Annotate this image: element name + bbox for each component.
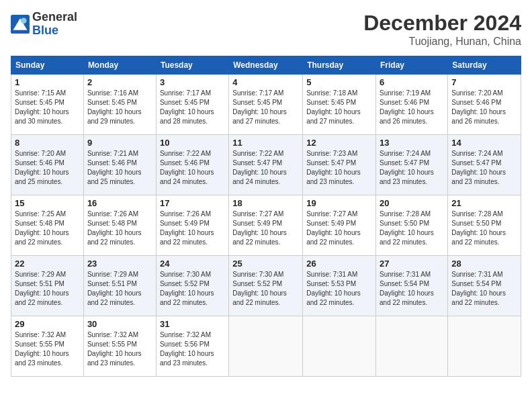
day-info: Sunrise: 7:28 AM Sunset: 5:50 PM Dayligh… [380, 210, 444, 247]
day-info: Sunrise: 7:32 AM Sunset: 5:55 PM Dayligh… [15, 330, 80, 368]
day-header-wednesday: Wednesday [229, 56, 303, 75]
day-header-monday: Monday [83, 56, 156, 75]
calendar-cell: 26Sunrise: 7:31 AM Sunset: 5:53 PM Dayli… [303, 256, 376, 316]
day-number: 1 [15, 77, 80, 87]
calendar-cell: 12Sunrise: 7:23 AM Sunset: 5:47 PM Dayli… [303, 135, 376, 195]
day-number: 10 [160, 138, 225, 148]
day-number: 9 [87, 138, 152, 148]
day-info: Sunrise: 7:28 AM Sunset: 5:50 PM Dayligh… [451, 210, 517, 247]
day-info: Sunrise: 7:24 AM Sunset: 5:47 PM Dayligh… [451, 149, 517, 187]
day-info: Sunrise: 7:29 AM Sunset: 5:51 PM Dayligh… [15, 270, 80, 308]
calendar-week-5: 29Sunrise: 7:32 AM Sunset: 5:55 PM Dayli… [11, 316, 521, 377]
calendar-cell [229, 316, 303, 377]
calendar-cell: 25Sunrise: 7:30 AM Sunset: 5:52 PM Dayli… [229, 256, 303, 316]
calendar-week-4: 22Sunrise: 7:29 AM Sunset: 5:51 PM Dayli… [11, 256, 521, 316]
day-number: 21 [451, 198, 517, 208]
calendar-cell: 6Sunrise: 7:19 AM Sunset: 5:46 PM Daylig… [376, 75, 448, 135]
day-number: 24 [160, 259, 225, 269]
day-number: 20 [380, 198, 444, 208]
calendar-cell: 1Sunrise: 7:15 AM Sunset: 5:45 PM Daylig… [11, 75, 84, 135]
day-info: Sunrise: 7:18 AM Sunset: 5:45 PM Dayligh… [306, 89, 372, 126]
day-number: 31 [160, 319, 225, 329]
day-info: Sunrise: 7:32 AM Sunset: 5:56 PM Dayligh… [160, 330, 225, 368]
calendar-cell [376, 316, 448, 377]
day-info: Sunrise: 7:20 AM Sunset: 5:46 PM Dayligh… [451, 89, 517, 126]
calendar-cell: 24Sunrise: 7:30 AM Sunset: 5:52 PM Dayli… [156, 256, 228, 316]
calendar-cell: 13Sunrise: 7:24 AM Sunset: 5:47 PM Dayli… [376, 135, 448, 195]
calendar-cell: 18Sunrise: 7:27 AM Sunset: 5:49 PM Dayli… [229, 195, 303, 256]
day-number: 11 [232, 138, 299, 148]
calendar-cell: 20Sunrise: 7:28 AM Sunset: 5:50 PM Dayli… [376, 195, 448, 256]
day-header-saturday: Saturday [448, 56, 521, 75]
calendar-cell: 22Sunrise: 7:29 AM Sunset: 5:51 PM Dayli… [11, 256, 84, 316]
day-info: Sunrise: 7:32 AM Sunset: 5:55 PM Dayligh… [87, 330, 152, 368]
day-header-tuesday: Tuesday [156, 56, 228, 75]
calendar-week-2: 8Sunrise: 7:20 AM Sunset: 5:46 PM Daylig… [11, 135, 521, 195]
calendar-cell [303, 316, 376, 377]
month-title: December 2024 [363, 11, 521, 36]
day-info: Sunrise: 7:22 AM Sunset: 5:46 PM Dayligh… [160, 149, 225, 187]
day-number: 26 [306, 259, 372, 269]
day-info: Sunrise: 7:26 AM Sunset: 5:49 PM Dayligh… [160, 210, 225, 247]
calendar-cell: 31Sunrise: 7:32 AM Sunset: 5:56 PM Dayli… [156, 316, 228, 377]
day-number: 8 [15, 138, 80, 148]
calendar-cell: 16Sunrise: 7:26 AM Sunset: 5:48 PM Dayli… [83, 195, 156, 256]
calendar-cell: 27Sunrise: 7:31 AM Sunset: 5:54 PM Dayli… [376, 256, 448, 316]
day-number: 25 [232, 259, 299, 269]
day-number: 16 [87, 198, 152, 208]
day-info: Sunrise: 7:23 AM Sunset: 5:47 PM Dayligh… [306, 149, 372, 187]
calendar-cell: 11Sunrise: 7:22 AM Sunset: 5:47 PM Dayli… [229, 135, 303, 195]
day-info: Sunrise: 7:27 AM Sunset: 5:49 PM Dayligh… [306, 210, 372, 247]
calendar-week-3: 15Sunrise: 7:25 AM Sunset: 5:48 PM Dayli… [11, 195, 521, 256]
calendar-table: SundayMondayTuesdayWednesdayThursdayFrid… [11, 56, 521, 377]
calendar-cell: 9Sunrise: 7:21 AM Sunset: 5:46 PM Daylig… [83, 135, 156, 195]
day-number: 28 [451, 259, 517, 269]
day-header-friday: Friday [376, 56, 448, 75]
day-number: 18 [232, 198, 299, 208]
day-info: Sunrise: 7:19 AM Sunset: 5:46 PM Dayligh… [380, 89, 444, 126]
calendar-cell: 30Sunrise: 7:32 AM Sunset: 5:55 PM Dayli… [83, 316, 156, 377]
day-info: Sunrise: 7:17 AM Sunset: 5:45 PM Dayligh… [232, 89, 299, 126]
calendar-cell: 15Sunrise: 7:25 AM Sunset: 5:48 PM Dayli… [11, 195, 84, 256]
day-number: 29 [15, 319, 80, 329]
day-info: Sunrise: 7:31 AM Sunset: 5:54 PM Dayligh… [451, 270, 517, 308]
day-info: Sunrise: 7:30 AM Sunset: 5:52 PM Dayligh… [232, 270, 299, 308]
day-info: Sunrise: 7:25 AM Sunset: 5:48 PM Dayligh… [15, 210, 80, 247]
calendar-cell: 19Sunrise: 7:27 AM Sunset: 5:49 PM Dayli… [303, 195, 376, 256]
page-header: General Blue December 2024 Tuojiang, Hun… [11, 11, 521, 48]
day-number: 14 [451, 138, 517, 148]
day-info: Sunrise: 7:26 AM Sunset: 5:48 PM Dayligh… [87, 210, 152, 247]
day-header-sunday: Sunday [11, 56, 84, 75]
day-info: Sunrise: 7:29 AM Sunset: 5:51 PM Dayligh… [87, 270, 152, 308]
calendar-cell: 5Sunrise: 7:18 AM Sunset: 5:45 PM Daylig… [303, 75, 376, 135]
day-info: Sunrise: 7:31 AM Sunset: 5:54 PM Dayligh… [380, 270, 444, 308]
day-info: Sunrise: 7:17 AM Sunset: 5:45 PM Dayligh… [160, 89, 225, 126]
day-number: 6 [380, 77, 444, 87]
day-number: 4 [232, 77, 299, 87]
day-info: Sunrise: 7:20 AM Sunset: 5:46 PM Dayligh… [15, 149, 80, 187]
svg-point-2 [21, 17, 27, 24]
day-number: 12 [306, 138, 372, 148]
logo-text: General Blue [32, 11, 77, 38]
day-number: 23 [87, 259, 152, 269]
logo-blue: Blue [32, 24, 77, 38]
day-info: Sunrise: 7:24 AM Sunset: 5:47 PM Dayligh… [380, 149, 444, 187]
calendar-cell: 23Sunrise: 7:29 AM Sunset: 5:51 PM Dayli… [83, 256, 156, 316]
day-number: 5 [306, 77, 372, 87]
calendar-cell: 2Sunrise: 7:16 AM Sunset: 5:45 PM Daylig… [83, 75, 156, 135]
logo-icon [11, 15, 30, 34]
day-number: 19 [306, 198, 372, 208]
day-info: Sunrise: 7:16 AM Sunset: 5:45 PM Dayligh… [87, 89, 152, 126]
day-number: 3 [160, 77, 225, 87]
calendar-cell: 4Sunrise: 7:17 AM Sunset: 5:45 PM Daylig… [229, 75, 303, 135]
calendar-cell: 28Sunrise: 7:31 AM Sunset: 5:54 PM Dayli… [448, 256, 521, 316]
day-number: 17 [160, 198, 225, 208]
day-number: 7 [451, 77, 517, 87]
calendar-cell: 3Sunrise: 7:17 AM Sunset: 5:45 PM Daylig… [156, 75, 228, 135]
location-title: Tuojiang, Hunan, China [363, 36, 521, 48]
day-info: Sunrise: 7:31 AM Sunset: 5:53 PM Dayligh… [306, 270, 372, 308]
calendar-week-1: 1Sunrise: 7:15 AM Sunset: 5:45 PM Daylig… [11, 75, 521, 135]
logo-general: General [32, 11, 77, 24]
day-number: 2 [87, 77, 152, 87]
day-number: 15 [15, 198, 80, 208]
